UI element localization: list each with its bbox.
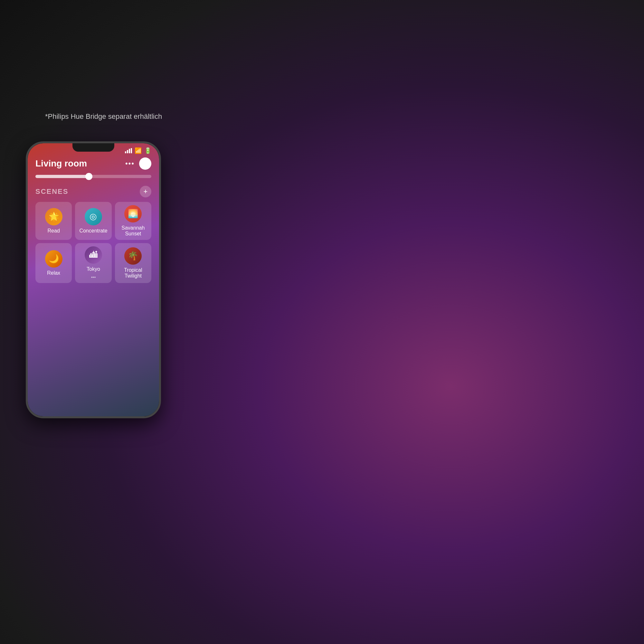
signal-bar-1 xyxy=(125,151,126,153)
brightness-fill xyxy=(35,175,88,178)
scene-relax-icon: 🌙 xyxy=(45,250,62,268)
signal-bar-3 xyxy=(129,149,130,153)
scene-concentrate-icon: ◎ xyxy=(85,208,102,225)
scenes-header: SCENES + xyxy=(35,186,151,197)
battery-icon: 🔋 xyxy=(144,147,151,154)
room-header: Living room ••• xyxy=(28,154,159,173)
brightness-slider-row xyxy=(28,173,159,183)
scenes-section: SCENES + 🌟 Read ◎ C xyxy=(28,183,159,286)
signal-bars xyxy=(125,148,132,153)
scene-read-label: Read xyxy=(48,228,60,234)
phone-screen: 📶 🔋 Living room ••• xyxy=(28,143,159,416)
scene-concentrate[interactable]: ◎ Concentrate xyxy=(75,202,111,240)
scene-tropical-label: Tropical Twilight xyxy=(118,267,148,279)
disclaimer: *Philips Hue Bridge separat erhältlich xyxy=(32,106,175,127)
more-options-button[interactable]: ••• xyxy=(125,159,135,168)
scene-tokyo[interactable]: 🏙 Tokyo ••• xyxy=(75,243,111,283)
scene-tropical[interactable]: 🌴 Tropical Twilight xyxy=(115,243,151,283)
scene-tokyo-label: Tokyo xyxy=(87,266,100,272)
scene-read-icon: 🌟 xyxy=(45,208,62,225)
light-toggle[interactable] xyxy=(139,157,151,170)
scene-relax-label: Relax xyxy=(47,270,60,276)
scenes-grid: 🌟 Read ◎ Concentrate 🌅 Savan xyxy=(35,202,151,283)
scene-savannah-icon: 🌅 xyxy=(124,205,142,223)
scene-relax[interactable]: 🌙 Relax xyxy=(35,243,72,283)
scene-tokyo-dots: ••• xyxy=(91,275,96,280)
signal-bar-2 xyxy=(127,150,128,153)
brightness-track[interactable] xyxy=(35,175,151,178)
phone-notch xyxy=(72,143,114,152)
phone-mockup: 📶 🔋 Living room ••• xyxy=(26,141,161,418)
scene-read[interactable]: 🌟 Read xyxy=(35,202,72,240)
scene-tokyo-icon: 🏙 xyxy=(85,246,102,264)
scene-tropical-icon: 🌴 xyxy=(124,247,142,265)
scene-concentrate-label: Concentrate xyxy=(79,228,107,234)
signal-bar-4 xyxy=(131,148,132,153)
wifi-icon: 📶 xyxy=(135,147,142,154)
room-controls: ••• xyxy=(125,157,151,170)
room-title: Living room xyxy=(35,158,87,169)
scene-savannah-label: Savannah Sunset xyxy=(118,225,148,237)
page: Mit der Hue Bridge oder Bluetooth starte… xyxy=(0,0,644,644)
scenes-label: SCENES xyxy=(35,187,68,196)
phone-section: *Philips Hue Bridge separat erhältlich 📶 xyxy=(19,77,213,386)
scene-savannah[interactable]: 🌅 Savannah Sunset xyxy=(115,202,151,240)
brightness-thumb xyxy=(85,173,92,180)
add-scene-button[interactable]: + xyxy=(140,186,151,197)
